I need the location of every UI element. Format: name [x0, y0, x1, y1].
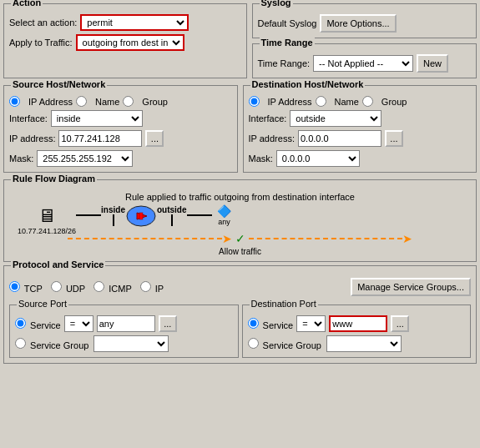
source-group-radio-label[interactable]: Group	[123, 96, 168, 107]
source-service-eq-select[interactable]: =	[64, 315, 93, 332]
protocol-title: Protocol and Service	[11, 259, 105, 269]
icmp-radio-label[interactable]: ICMP	[93, 281, 132, 294]
dest-service-group-radio-label[interactable]: Service Group	[248, 338, 321, 350]
dest-ip-radio[interactable]	[249, 96, 260, 107]
apply-traffic-select[interactable]: outgoing from dest inter	[76, 34, 184, 51]
source-mask-select[interactable]: 255.255.255.192	[37, 150, 133, 167]
dest-group-radio-label[interactable]: Group	[362, 96, 407, 107]
time-range-select[interactable]: -- Not Applied --	[313, 55, 413, 72]
svg-rect-2	[139, 213, 143, 219]
source-mask-label: Mask:	[9, 154, 33, 164]
dest-name-radio[interactable]	[316, 96, 326, 107]
source-service-ellipsis[interactable]: ...	[159, 315, 177, 332]
dest-ip-ellipsis[interactable]: ...	[385, 130, 403, 147]
dest-host-icon: 🔷	[217, 204, 231, 218]
source-service-group-select[interactable]	[93, 335, 169, 352]
tcp-label: TCP	[24, 284, 43, 294]
allow-checkmark: ✓	[235, 232, 245, 245]
action-title: Action	[11, 0, 43, 8]
source-service-radio-label[interactable]: Service	[15, 318, 61, 330]
source-service-group-label: Service Group	[30, 340, 88, 350]
dest-service-group-select[interactable]	[326, 335, 402, 352]
dest-mask-label: Mask:	[249, 154, 273, 164]
udp-label: UDP	[66, 284, 85, 294]
default-syslog-label: Default Syslog	[258, 18, 317, 28]
more-options-button[interactable]: More Options...	[320, 14, 396, 33]
source-ip-radio-label[interactable]: IP Address	[9, 96, 73, 107]
inside-label: inside	[101, 205, 125, 214]
dest-ip-label: IP address:	[249, 133, 295, 143]
source-ip-radio[interactable]	[9, 96, 20, 107]
dest-mask-select[interactable]: 0.0.0.0	[276, 150, 360, 167]
dest-host-title: Destination Host/Network	[250, 79, 366, 89]
icmp-radio[interactable]	[93, 281, 104, 292]
dest-port-title: Destination Port	[250, 299, 318, 309]
dest-interface-select[interactable]: outside	[290, 110, 381, 127]
time-range-title: Time Range	[260, 38, 315, 48]
allow-traffic-label: Allow traffic	[219, 247, 261, 256]
rule-flow-caption: Rule applied to traffic outgoing from de…	[125, 192, 355, 202]
source-service-input[interactable]: any	[97, 315, 155, 332]
dest-service-group-label: Service Group	[263, 340, 321, 350]
firewall-icon	[125, 204, 157, 229]
icmp-label: ICMP	[109, 284, 132, 294]
dest-service-radio[interactable]	[248, 318, 259, 329]
dest-service-input[interactable]: www	[329, 315, 387, 332]
source-host-title: Source Host/Network	[11, 79, 107, 89]
tcp-radio[interactable]	[9, 281, 20, 292]
manage-service-groups-button[interactable]: Manage Service Groups...	[351, 278, 471, 296]
source-ip-label: IP address:	[9, 133, 55, 143]
dest-group-radio[interactable]	[362, 96, 373, 107]
outside-label: outside	[157, 205, 187, 214]
source-ip-input[interactable]: 10.77.241.128	[58, 130, 142, 147]
dest-service-radio-label[interactable]: Service	[248, 318, 294, 330]
source-interface-select[interactable]: inside	[51, 110, 143, 127]
source-name-radio-label[interactable]: Name	[76, 96, 119, 107]
source-service-group-radio-label[interactable]: Service Group	[15, 338, 88, 350]
source-host-icon: 🖥	[38, 205, 56, 227]
dest-interface-label: Interface:	[249, 113, 287, 123]
udp-radio[interactable]	[51, 281, 62, 292]
rule-flow-title: Rule Flow Diagram	[11, 174, 97, 184]
action-select[interactable]: permit	[80, 14, 189, 31]
ip-label: IP	[155, 284, 164, 294]
source-service-radio[interactable]	[15, 318, 26, 329]
source-group-radio[interactable]	[123, 96, 134, 107]
tcp-radio-label[interactable]: TCP	[9, 281, 43, 294]
select-action-label: Select an action:	[9, 18, 77, 28]
source-service-group-radio[interactable]	[15, 338, 26, 349]
source-ip-ellipsis[interactable]: ...	[145, 130, 164, 147]
source-port-title: Source Port	[17, 299, 68, 309]
dest-host-label: any	[218, 218, 230, 226]
time-range-label: Time Range:	[258, 58, 311, 68]
source-interface-label: Interface:	[9, 113, 48, 123]
ip-radio[interactable]	[140, 281, 151, 292]
syslog-title: Syslog	[260, 0, 293, 8]
dest-ip-input[interactable]: 0.0.0.0	[298, 130, 381, 147]
dest-service-label: Service	[263, 320, 294, 330]
source-service-label: Service	[30, 320, 61, 330]
udp-radio-label[interactable]: UDP	[51, 281, 85, 294]
dest-service-eq-select[interactable]: =	[296, 315, 326, 332]
new-button[interactable]: New	[417, 54, 448, 73]
dest-name-radio-label[interactable]: Name	[316, 96, 359, 107]
dest-service-group-radio[interactable]	[248, 338, 259, 349]
source-name-radio[interactable]	[76, 96, 87, 107]
ip-radio-label[interactable]: IP	[140, 281, 164, 294]
dest-ip-radio-label[interactable]: IP Address	[249, 96, 312, 107]
apply-traffic-label: Apply to Traffic:	[9, 38, 73, 48]
dest-service-ellipsis[interactable]: ...	[391, 315, 409, 332]
